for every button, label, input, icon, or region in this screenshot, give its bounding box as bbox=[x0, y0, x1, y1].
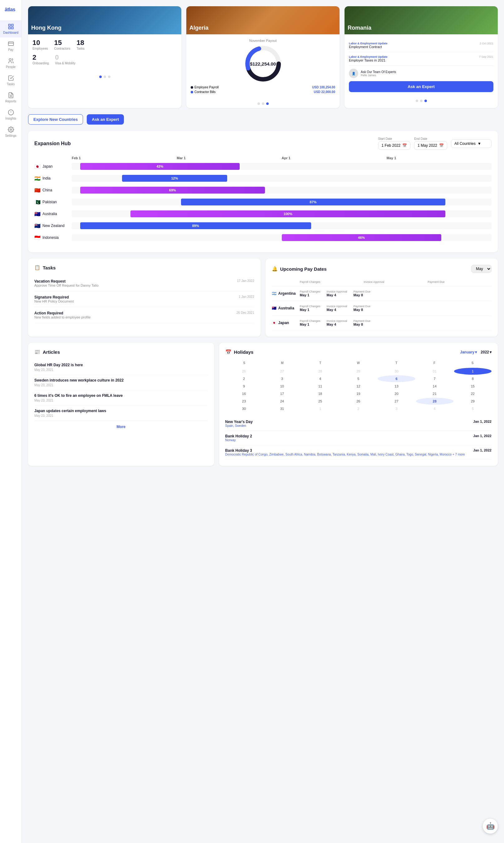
sidebar-item-reports[interactable]: Reports bbox=[0, 89, 21, 106]
cell-27-jan[interactable]: 27 bbox=[378, 398, 415, 405]
cell-20[interactable]: 20 bbox=[378, 390, 415, 397]
article-item-4[interactable]: Japan updates certain employment laws Ma… bbox=[34, 406, 208, 421]
australia-bar: 100% bbox=[130, 210, 445, 217]
cell-28[interactable]: 28 bbox=[416, 398, 453, 405]
calendar-icon: 📅 bbox=[402, 143, 407, 148]
sidebar-item-pay[interactable]: Pay bbox=[0, 37, 21, 55]
japan-invoice: Invoice Approval May 4 bbox=[327, 319, 347, 326]
cell-3-feb[interactable]: 3 bbox=[378, 405, 415, 412]
cell-26-jan[interactable]: 26 bbox=[340, 398, 377, 405]
cell-4[interactable]: 4 bbox=[302, 375, 339, 382]
cell-13[interactable]: 13 bbox=[378, 383, 415, 390]
cell-30[interactable]: 30 bbox=[378, 368, 415, 375]
end-date-input[interactable]: 1 May 2022 📅 bbox=[414, 141, 447, 150]
cell-16[interactable]: 16 bbox=[225, 390, 263, 397]
logo: ätlas bbox=[5, 5, 17, 14]
article-item-3[interactable]: 6 times it's OK to fire an employee on F… bbox=[34, 390, 208, 406]
japan-pay-country: 🇯🇵 Japan bbox=[272, 321, 297, 325]
country-new-zealand: 🇳🇿 New Zealand bbox=[34, 223, 72, 229]
country-filter-select[interactable]: All Countries ▼ bbox=[451, 139, 491, 148]
holiday-1-countries: Spain, Sweden bbox=[225, 424, 253, 427]
payout-legends: Employee Payroll USD 100,254.00 Contract… bbox=[191, 86, 335, 95]
holiday-3-name: Bank Holiday 3 bbox=[225, 449, 465, 453]
chat-button[interactable]: 🤖 bbox=[483, 819, 498, 833]
cell-26[interactable]: 26 bbox=[225, 368, 263, 375]
cell-17[interactable]: 17 bbox=[264, 390, 301, 397]
cell-21[interactable]: 21 bbox=[416, 390, 453, 397]
cell-7[interactable]: 7 bbox=[416, 375, 453, 382]
cell-18[interactable]: 18 bbox=[302, 390, 339, 397]
cell-19[interactable]: 19 bbox=[340, 390, 377, 397]
sidebar-item-dashboard[interactable]: Dashboard bbox=[0, 20, 21, 37]
dot-1[interactable] bbox=[99, 75, 102, 78]
cell-22[interactable]: 22 bbox=[454, 390, 491, 397]
dot-a2[interactable] bbox=[262, 102, 264, 105]
cell-3[interactable]: 3 bbox=[264, 375, 301, 382]
cell-14[interactable]: 14 bbox=[416, 383, 453, 390]
month-selector[interactable]: January ▾ bbox=[460, 350, 477, 354]
sidebar-item-settings[interactable]: Settings bbox=[0, 123, 21, 141]
cell-11[interactable]: 11 bbox=[302, 383, 339, 390]
cell-6[interactable]: 6 bbox=[378, 375, 415, 382]
cell-25[interactable]: 25 bbox=[302, 398, 339, 405]
cell-2[interactable]: 2 bbox=[225, 375, 263, 382]
dot-a1[interactable] bbox=[257, 102, 260, 105]
holiday-3: Bank Holiday 3 Democratic Republic of Co… bbox=[225, 445, 491, 460]
pakistan-bar: 87% bbox=[181, 198, 445, 206]
dot-a3[interactable] bbox=[266, 102, 269, 105]
pakistan-bars: 87% bbox=[72, 198, 491, 206]
cell-31-jan[interactable]: 31 bbox=[264, 405, 301, 412]
cell-29[interactable]: 29 bbox=[340, 368, 377, 375]
cell-8[interactable]: 8 bbox=[454, 375, 491, 382]
pay-title: 🔔 Upcoming Pay Dates bbox=[272, 266, 327, 271]
end-date-label: End Date bbox=[414, 137, 447, 141]
cell-1-feb[interactable]: 1 bbox=[302, 405, 339, 412]
australia-dates: Payroll Changes May 1 Invoice Approval M… bbox=[300, 305, 492, 312]
pay-column-headers: Payroll Changes Invoice Approval Payment… bbox=[272, 278, 492, 286]
month-select[interactable]: May bbox=[471, 265, 491, 273]
dot-r2[interactable] bbox=[420, 100, 422, 102]
contractor-value: USD 22,000.00 bbox=[314, 90, 335, 94]
cell-24[interactable]: 24 bbox=[264, 398, 301, 405]
hk-title: Hong Kong bbox=[31, 25, 61, 31]
cell-31-prev[interactable]: 31 bbox=[416, 368, 453, 375]
more-link[interactable]: More bbox=[34, 425, 208, 429]
cell-5-feb[interactable]: 5 bbox=[454, 405, 491, 412]
chevron-year: ▾ bbox=[490, 350, 491, 354]
calendar-icon-2: 📅 bbox=[439, 143, 444, 148]
cell-9[interactable]: 9 bbox=[225, 383, 263, 390]
sidebar-item-tasks[interactable]: Tasks bbox=[0, 72, 21, 89]
cell-30-jan[interactable]: 30 bbox=[225, 405, 263, 412]
dot-r1[interactable] bbox=[416, 100, 418, 102]
cell-29-jan[interactable]: 29 bbox=[454, 398, 491, 405]
sidebar-item-insights[interactable]: Insights bbox=[0, 106, 21, 123]
indonesia-label: Indonesia bbox=[42, 235, 59, 240]
dot-2[interactable] bbox=[104, 75, 106, 78]
cell-27[interactable]: 27 bbox=[264, 368, 301, 375]
dot-r3[interactable] bbox=[425, 100, 427, 102]
cell-23[interactable]: 23 bbox=[225, 398, 263, 405]
dot-3[interactable] bbox=[108, 75, 110, 78]
cell-10[interactable]: 10 bbox=[264, 383, 301, 390]
holidays-title-text: Holidays bbox=[234, 349, 254, 355]
explore-countries-button[interactable]: Explore New Countries bbox=[28, 114, 83, 125]
cell-28[interactable]: 28 bbox=[302, 368, 339, 375]
start-date-input[interactable]: 1 Feb 2022 📅 bbox=[378, 141, 411, 150]
cell-2-feb[interactable]: 2 bbox=[340, 405, 377, 412]
article-item-2[interactable]: Sweden introduces new workplace culture … bbox=[34, 375, 208, 390]
news-date-2: 7 Sep 2021 bbox=[479, 55, 493, 58]
ask-expert-main-button[interactable]: Ask an Expert bbox=[87, 114, 124, 125]
sidebar-item-people[interactable]: People bbox=[0, 55, 21, 72]
year-selector[interactable]: 2022 ▾ bbox=[481, 350, 491, 354]
cell-5[interactable]: 5 bbox=[340, 375, 377, 382]
flag-china: 🇨🇳 bbox=[34, 187, 40, 193]
romania-dots bbox=[344, 96, 498, 105]
cell-4-feb[interactable]: 4 bbox=[416, 405, 453, 412]
article-item-1[interactable]: Global HR Day 2022 is here May 23, 2021 bbox=[34, 360, 208, 375]
cell-15[interactable]: 15 bbox=[454, 383, 491, 390]
holiday-2: Bank Holiday 2 Norway Jan 1, 2022 bbox=[225, 431, 491, 445]
ask-expert-button[interactable]: Ask an Expert bbox=[349, 81, 493, 92]
cell-12[interactable]: 12 bbox=[340, 383, 377, 390]
cell-1[interactable]: 1 bbox=[454, 368, 491, 375]
payout-amount: $122,254.00 bbox=[250, 61, 276, 67]
